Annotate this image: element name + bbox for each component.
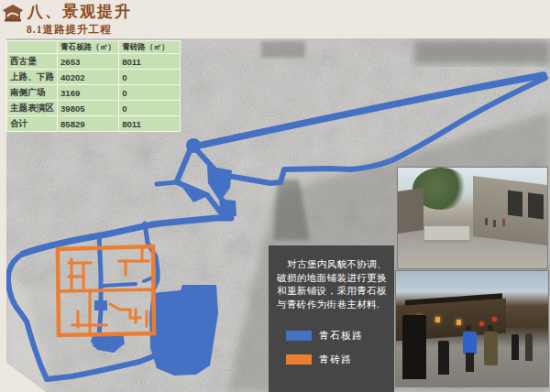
pedestrian: [493, 220, 496, 227]
building: [473, 176, 548, 245]
pedestrian: [438, 341, 449, 376]
window: [528, 192, 543, 220]
table-header-row: 青石板路（㎡） 青砖路（㎡）: [7, 41, 181, 54]
legend-panel: 对古堡内风貌不协调、破损的地面铺装进行更换和重新铺设，采用青石板与青砖作为街巷主…: [269, 245, 394, 392]
pedestrian: [485, 218, 488, 225]
slide: 八、景观提升 8.1道路提升工程 青石板路（㎡） 青砖路（㎡） 西古堡 2653…: [0, 0, 550, 392]
page-title: 八、景观提升: [28, 3, 132, 21]
header-cell-empty: [7, 41, 58, 54]
brick-value: 8011: [119, 116, 181, 132]
brick-value: 0: [119, 85, 181, 101]
header-cell-brick: 青砖路（㎡）: [119, 41, 181, 54]
stone-road-swatch: [286, 331, 312, 341]
table-row: 主题表演区 39805 0: [7, 101, 181, 116]
legend-item-label: 青石板路: [319, 329, 363, 343]
pedestrian: [402, 315, 427, 380]
window-light: [435, 317, 440, 322]
brick-value: 8011: [119, 54, 181, 70]
pedestrian: [512, 334, 519, 360]
legend-item-label: 青砖路: [319, 353, 352, 366]
table-row: 南侧广场 3169 0: [7, 85, 181, 101]
title-ornament-icon: [3, 5, 23, 22]
legend-item-stone: 青石板路: [286, 329, 387, 343]
photo-street-dusk: [396, 271, 548, 387]
row-label: 主题表演区: [7, 101, 58, 116]
legend-item-brick: 青砖路: [286, 353, 387, 366]
row-label: 南侧广场: [7, 85, 58, 101]
legend-note: 对古堡内风貌不协调、破损的地面铺装进行更换和重新铺设，采用青石板与青砖作为街巷主…: [277, 257, 387, 310]
header-cell-stone: 青石板路（㎡）: [57, 41, 118, 54]
pedestrian-legs: [466, 353, 475, 371]
table-row-total: 合计 85829 8011: [7, 116, 181, 132]
brick-value: 0: [119, 101, 181, 116]
page-subtitle: 8.1道路提升工程: [27, 23, 132, 37]
pedestrian-olive-dress: [484, 332, 498, 366]
stone-value: 85829: [57, 116, 118, 132]
building: [398, 188, 424, 234]
brick-value: 0: [119, 70, 181, 85]
window: [507, 190, 522, 217]
row-label: 西古堡: [7, 54, 58, 70]
photo-street-day: [398, 168, 547, 268]
row-label: 合计: [7, 116, 58, 132]
slide-header: 八、景观提升 8.1道路提升工程: [3, 3, 132, 37]
road-areas-table: 青石板路（㎡） 青砖路（㎡） 西古堡 2653 8011 上路、下路 40202…: [6, 40, 181, 132]
stone-value: 39805: [57, 101, 118, 116]
stone-value: 2653: [57, 54, 118, 70]
row-label: 上路、下路: [7, 70, 58, 85]
stone-planter: [424, 226, 469, 243]
stone-value: 3169: [57, 85, 118, 101]
pedestrian: [525, 333, 533, 361]
stone-value: 40202: [57, 70, 118, 85]
pedestrian: [502, 219, 505, 226]
brick-road-swatch: [286, 354, 312, 365]
table-row: 上路、下路 40202 0: [7, 70, 181, 85]
window-light: [456, 320, 461, 325]
table-row: 西古堡 2653 8011: [7, 54, 181, 70]
pedestrian-blue-shirt: [463, 332, 477, 354]
